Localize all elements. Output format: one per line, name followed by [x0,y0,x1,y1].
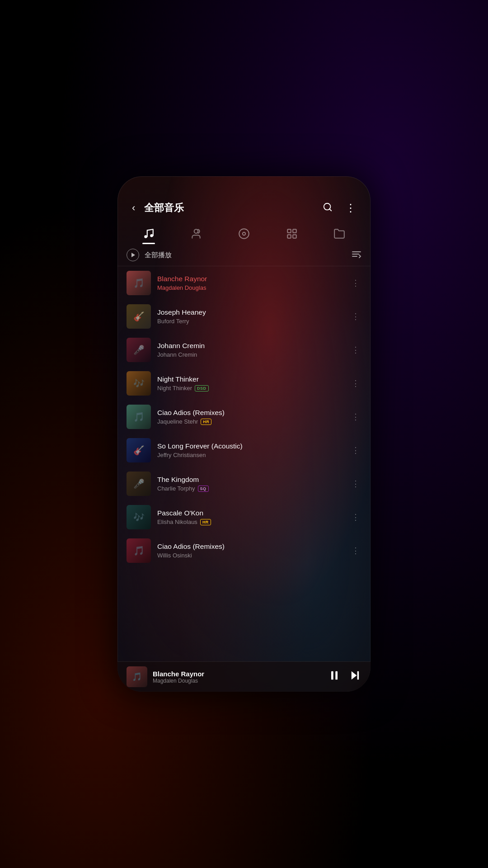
song-item[interactable]: 🎶 Night Thinker Night Thinker DSD ⋮ [117,367,371,400]
svg-rect-7 [287,229,291,233]
song-artist-row: Johann Cremin [157,351,342,358]
quality-badge: HR [200,519,211,525]
song-artist-row: Night Thinker DSD [157,385,342,392]
quality-badge: DSD [195,385,209,392]
sort-button[interactable] [352,250,361,260]
song-artist: Johann Cremin [157,351,197,358]
svg-point-2 [144,235,147,238]
svg-marker-17 [352,671,357,680]
song-artist: Buford Terry [157,318,189,325]
song-artist: Jeffry Christiansen [157,452,206,458]
song-artist-row: Charlie Torphy SQ [157,485,342,492]
page-title: 全部音乐 [144,201,314,215]
svg-rect-15 [331,671,333,679]
now-playing-thumbnail: 🎵 [127,666,147,687]
song-info: The Kingdom Charlie Torphy SQ [157,476,342,492]
song-thumbnail: 🎸 [127,438,151,462]
song-thumbnail: 🎶 [127,371,151,396]
play-all-label: 全部播放 [145,251,346,259]
song-artist-row: Elisha Nikolaus HR [157,519,342,525]
song-thumbnail: 🎵 [127,271,151,295]
song-more-button[interactable]: ⋮ [348,410,361,424]
song-title: Johann Cremin [157,342,342,350]
song-title: Night Thinker [157,375,342,383]
thumbnail-icon: 🎸 [127,438,151,462]
song-title: Ciao Adios (Remixes) [157,409,342,417]
now-playing-bar[interactable]: 🎵 Blanche Raynor Magdalen Douglas [117,661,371,692]
play-all-button[interactable] [127,249,139,261]
search-button[interactable] [319,200,336,216]
song-item[interactable]: 🎵 Blanche Raynor Magdalen Douglas ⋮ [117,266,371,300]
song-item[interactable]: 🎸 So Long Forever (Acoustic) Jeffry Chri… [117,434,371,467]
song-artist: Jaqueline Stehr [157,418,198,425]
svg-rect-8 [293,229,296,233]
song-info: Night Thinker Night Thinker DSD [157,375,342,392]
song-title: The Kingdom [157,476,342,484]
phone-content: ‹ 全部音乐 ⋮ [117,176,371,692]
song-thumbnail: 🎵 [127,538,151,563]
svg-rect-18 [357,671,359,680]
song-info: So Long Forever (Acoustic) Jeffry Christ… [157,442,342,458]
next-button[interactable] [349,669,361,684]
song-more-button[interactable]: ⋮ [348,510,361,524]
pause-button[interactable] [328,669,341,685]
song-more-button[interactable]: ⋮ [348,377,361,390]
song-artist-row: Buford Terry [157,318,342,325]
song-more-button[interactable]: ⋮ [348,310,361,323]
song-item[interactable]: 🎵 Ciao Adios (Remixes) Willis Osinski ⋮ [117,534,371,567]
thumbnail-icon: 🎤 [127,472,151,496]
song-artist: Willis Osinski [157,552,192,559]
song-artist-row: Jaqueline Stehr HR [157,418,342,425]
song-item[interactable]: 🎶 Pascale O'Kon Elisha Nikolaus HR ⋮ [117,500,371,534]
tab-grid[interactable] [268,224,316,244]
header: ‹ 全部音乐 ⋮ [117,176,371,222]
song-more-button[interactable]: ⋮ [348,477,361,491]
song-list: 🎵 Blanche Raynor Magdalen Douglas ⋮ 🎸 Jo… [117,266,371,661]
now-playing-info: Blanche Raynor Magdalen Douglas [153,670,323,684]
tab-albums[interactable] [220,224,268,244]
song-item[interactable]: 🎵 Ciao Adios (Remixes) Jaqueline Stehr H… [117,400,371,434]
song-info: Pascale O'Kon Elisha Nikolaus HR [157,509,342,525]
quality-badge: HR [201,419,211,425]
song-thumbnail: 🎤 [127,338,151,362]
song-more-button[interactable]: ⋮ [348,544,361,557]
now-playing-title: Blanche Raynor [153,670,323,678]
song-artist: Charlie Torphy [157,485,195,492]
song-thumbnail: 🎵 [127,405,151,429]
song-artist: Night Thinker [157,385,192,392]
song-thumbnail: 🎤 [127,472,151,496]
song-item[interactable]: 🎸 Joseph Heaney Buford Terry ⋮ [117,300,371,333]
now-playing-artist: Magdalen Douglas [153,678,323,684]
thumbnail-icon: 🎵 [127,271,151,295]
song-thumbnail: 🎶 [127,505,151,529]
tab-songs[interactable] [125,224,173,244]
nav-tabs [117,222,371,244]
more-button[interactable]: ⋮ [342,200,360,216]
song-artist-row: Magdalen Douglas [157,284,342,291]
song-more-button[interactable]: ⋮ [348,276,361,290]
song-item[interactable]: 🎤 The Kingdom Charlie Torphy SQ ⋮ [117,467,371,500]
svg-line-1 [329,209,331,211]
song-title: Pascale O'Kon [157,509,342,517]
svg-rect-9 [287,235,291,238]
svg-marker-11 [131,253,135,257]
song-thumbnail: 🎸 [127,304,151,329]
song-more-button[interactable]: ⋮ [348,443,361,457]
song-artist-row: Willis Osinski [157,552,342,559]
tab-artists[interactable] [173,224,221,244]
svg-rect-10 [293,235,296,238]
song-info: Johann Cremin Johann Cremin [157,342,342,358]
back-button[interactable]: ‹ [128,200,139,216]
song-artist: Elisha Nikolaus [157,519,197,525]
thumbnail-icon: 🎸 [127,304,151,329]
thumbnail-icon: 🎶 [127,505,151,529]
play-all-bar: 全部播放 [117,244,371,266]
song-title: So Long Forever (Acoustic) [157,442,342,450]
quality-badge: SQ [198,486,209,492]
song-more-button[interactable]: ⋮ [348,343,361,357]
tab-folder[interactable] [315,224,363,244]
thumbnail-icon: 🎶 [127,371,151,396]
song-item[interactable]: 🎤 Johann Cremin Johann Cremin ⋮ [117,333,371,367]
thumbnail-icon: 🎤 [127,338,151,362]
svg-point-4 [194,229,198,233]
